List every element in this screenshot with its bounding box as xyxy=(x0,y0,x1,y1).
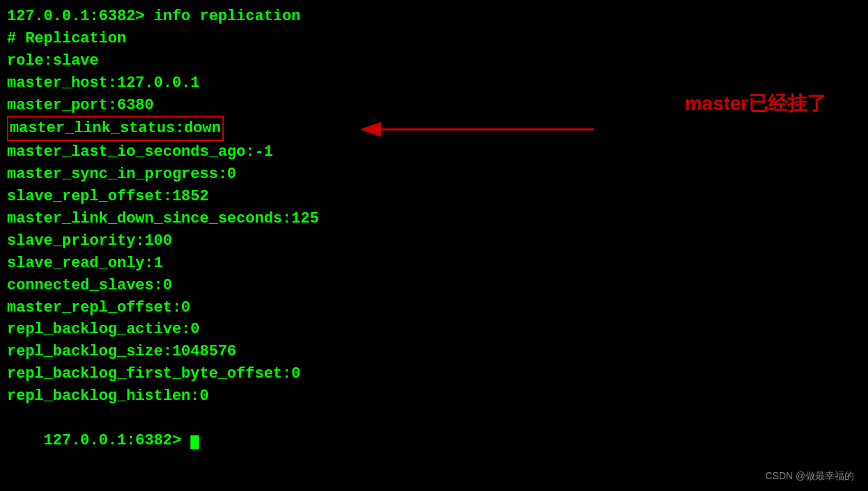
master-last-io-line: master_last_io_seconds_ago:-1 xyxy=(7,141,861,163)
master-sync-line: master_sync_in_progress:0 xyxy=(7,163,861,186)
slave-repl-offset-line: slave_repl_offset:1852 xyxy=(7,186,861,208)
watermark: CSDN @做最幸福的 xyxy=(765,470,854,483)
role-line: role:slave xyxy=(7,50,861,72)
end-prompt-line: 127.0.0.1:6382> xyxy=(7,408,861,474)
slave-priority-line: slave_priority:100 xyxy=(7,230,861,252)
master-link-status-line: master_link_status:down xyxy=(7,116,224,141)
terminal: 127.0.0.1:6382> info replication # Repli… xyxy=(0,0,868,491)
annotation: master已经挂了 xyxy=(685,90,826,117)
master-link-down-since-line: master_link_down_since_seconds:125 xyxy=(7,208,861,230)
repl-backlog-first-byte-line: repl_backlog_first_byte_offset:0 xyxy=(7,363,861,385)
master-link-status-wrapper: master_link_status:down xyxy=(7,116,861,141)
master-repl-offset-line: master_repl_offset:0 xyxy=(7,297,861,319)
prompt-line: 127.0.0.1:6382> info replication xyxy=(7,6,861,28)
end-prompt-text: 127.0.0.1:6382> xyxy=(44,432,190,449)
replication-header: # Replication xyxy=(7,28,861,50)
cursor xyxy=(190,435,199,449)
connected-slaves-line: connected_slaves:0 xyxy=(7,275,861,297)
annotation-text: master已经挂了 xyxy=(685,92,826,114)
repl-backlog-size-line: repl_backlog_size:1048576 xyxy=(7,341,861,363)
slave-read-only-line: slave_read_only:1 xyxy=(7,252,861,275)
repl-backlog-histlen-line: repl_backlog_histlen:0 xyxy=(7,385,861,408)
repl-backlog-active-line: repl_backlog_active:0 xyxy=(7,319,861,341)
